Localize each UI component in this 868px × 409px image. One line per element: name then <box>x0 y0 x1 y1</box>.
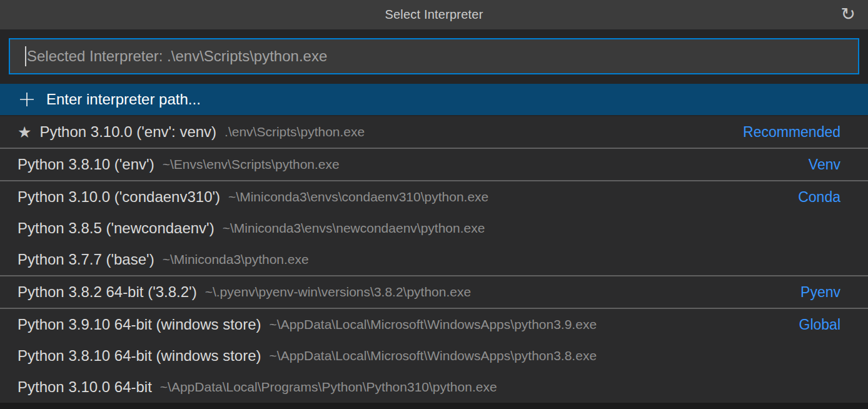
interpreter-item[interactable]: Python 3.9.10 64-bit (windows store) ~\A… <box>0 309 868 340</box>
interpreter-path: ~\AppData\Local\Microsoft\WindowsApps\py… <box>270 317 597 332</box>
interpreter-path: ~\Miniconda3\envs\newcondaenv\python.exe <box>223 221 485 236</box>
interpreter-meta: Venv <box>796 156 840 173</box>
interpreter-label: Python 3.10.0 64-bit <box>18 378 152 396</box>
interpreter-label: Python 3.8.5 ('newcondaenv') <box>18 220 214 237</box>
interpreter-input[interactable] <box>10 39 858 73</box>
interpreter-item[interactable]: Python 3.10.0 64-bit ~\AppData\Local\Pro… <box>0 371 868 403</box>
interpreter-meta: Conda <box>785 189 840 206</box>
interpreter-path: ~\AppData\Local\Programs\Python\Python31… <box>160 380 497 395</box>
interpreter-meta: Recommended <box>730 124 840 141</box>
interpreter-label: Python 3.8.10 ('env') <box>18 156 154 173</box>
interpreter-label: Python 3.10.0 ('condaenv310') <box>18 188 220 206</box>
interpreter-meta: Pyenv <box>788 284 840 301</box>
dialog-titlebar: Select Interpreter ↻ <box>0 0 868 29</box>
refresh-icon[interactable]: ↻ <box>841 5 855 23</box>
dialog-bottom-edge <box>0 403 868 409</box>
input-row <box>0 29 868 84</box>
interpreter-path: ~\Miniconda3\envs\condaenv310\python.exe <box>228 189 488 204</box>
interpreter-label: Python 3.9.10 64-bit (windows store) <box>18 316 261 333</box>
interpreter-item[interactable]: ★ Python 3.10.0 ('env': venv) .\env\Scri… <box>0 116 868 148</box>
select-interpreter-dialog: Select Interpreter ↻ Enter interpreter p… <box>0 0 868 409</box>
plus-icon <box>18 90 36 109</box>
interpreter-path: ~\.pyenv\pyenv-win\versions\3.8.2\python… <box>205 285 472 300</box>
interpreter-input-box <box>9 38 859 74</box>
interpreter-item[interactable]: Python 3.7.7 ('base') ~\Miniconda3\pytho… <box>0 244 868 275</box>
interpreter-path: ~\Envs\env\Scripts\python.exe <box>163 157 340 172</box>
dialog-title: Select Interpreter <box>385 8 483 22</box>
interpreter-item[interactable]: Python 3.8.2 64-bit ('3.8.2') ~\.pyenv\p… <box>0 276 868 308</box>
interpreter-list: Enter interpreter path... ★ Python 3.10.… <box>0 84 868 409</box>
interpreter-label: Python 3.7.7 ('base') <box>18 251 154 268</box>
interpreter-label: Python 3.8.2 64-bit ('3.8.2') <box>18 283 197 301</box>
interpreter-label: Python 3.10.0 ('env': venv) <box>39 123 216 141</box>
text-caret <box>25 46 26 66</box>
interpreter-meta: Global <box>787 316 840 333</box>
interpreter-path: .\env\Scripts\python.exe <box>225 124 365 139</box>
interpreter-item[interactable]: Python 3.8.10 ('env') ~\Envs\env\Scripts… <box>0 149 868 180</box>
interpreter-item[interactable]: Python 3.8.5 ('newcondaenv') ~\Miniconda… <box>0 213 868 244</box>
enter-path-label: Enter interpreter path... <box>46 91 201 108</box>
interpreter-label: Python 3.8.10 64-bit (windows store) <box>18 347 261 365</box>
enter-interpreter-path-item[interactable]: Enter interpreter path... <box>0 84 868 115</box>
interpreter-item[interactable]: Python 3.8.10 64-bit (windows store) ~\A… <box>0 340 868 371</box>
interpreter-item[interactable]: Python 3.10.0 ('condaenv310') ~\Minicond… <box>0 181 868 213</box>
interpreter-path: ~\AppData\Local\Microsoft\WindowsApps\py… <box>270 348 597 363</box>
star-icon: ★ <box>18 124 31 140</box>
interpreter-path: ~\Miniconda3\python.exe <box>163 252 309 267</box>
